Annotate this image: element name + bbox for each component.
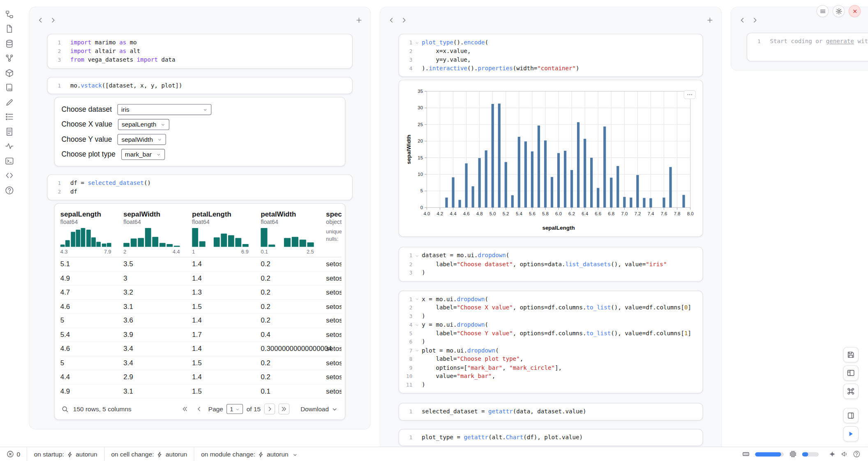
column-scroll-left-icon[interactable] <box>739 15 746 22</box>
table-row[interactable]: 5.43.91.70.4setosa <box>60 328 342 342</box>
column-histogram[interactable] <box>261 228 314 247</box>
column-header-petalWidth[interactable]: petalWidthfloat640.12.5 <box>261 207 326 255</box>
chevron-down-icon <box>292 451 298 456</box>
cpu-icon <box>790 450 797 458</box>
documentation-icon[interactable] <box>5 82 14 91</box>
table-row[interactable]: 4.63.41.40.30000000000000004setosa <box>60 342 342 356</box>
code-line: 1dataset = mo.ui.dropdown( <box>405 251 697 260</box>
column-histogram[interactable] <box>192 228 248 247</box>
cell-plot-encode[interactable]: 1plot_type().encode(2 x=x.value,3 y=y.va… <box>399 34 703 77</box>
cell-selected-dataset[interactable]: 1selected_dataset = getattr(data, datase… <box>399 403 703 420</box>
window-controls <box>817 5 861 17</box>
add-cell-icon[interactable] <box>356 15 363 22</box>
column-scroll-left-icon[interactable] <box>37 15 44 22</box>
svg-text:5.8: 5.8 <box>542 211 549 216</box>
layout-select-button[interactable] <box>843 365 859 381</box>
shutdown-button[interactable] <box>849 5 861 17</box>
dropdown-choose-plot-type[interactable]: mark_bar <box>121 149 165 160</box>
code-line: 4y = mo.ui.dropdown( <box>405 320 697 329</box>
download-button[interactable]: Download <box>300 405 338 413</box>
column-scroll-right-icon[interactable] <box>400 15 408 22</box>
table-row[interactable]: 53.61.40.2setosa <box>60 314 342 328</box>
table-cell: 5.4 <box>60 331 124 339</box>
notebook-menu-button[interactable] <box>817 5 829 17</box>
table-cell: setosa <box>326 331 342 339</box>
first-page-button[interactable] <box>180 403 191 415</box>
column-scroll-left-icon[interactable] <box>388 15 395 22</box>
line-number: 3 <box>405 268 413 277</box>
feedback-icon[interactable] <box>841 450 848 458</box>
table-row[interactable]: 4.63.11.50.2setosa <box>60 300 342 313</box>
scratchpad-icon[interactable] <box>5 97 14 106</box>
fold-cell-icon[interactable] <box>412 38 422 47</box>
autorun-setting[interactable]: on cell change:autorun <box>104 447 194 461</box>
code-text: plot_type().encode( <box>422 38 488 47</box>
table-cell: 4.9 <box>60 387 124 395</box>
packages-icon[interactable] <box>5 67 14 76</box>
outline-icon[interactable] <box>5 111 14 120</box>
help-icon[interactable] <box>5 185 14 194</box>
settings-button[interactable] <box>833 5 845 17</box>
dropdown-choose-dataset[interactable]: iris <box>118 104 212 115</box>
errors-indicator[interactable]: 0 <box>0 447 27 461</box>
cell-xy-plot-dropdowns[interactable]: 1x = mo.ui.dropdown(2 label="Choose X va… <box>399 290 703 393</box>
cell-plot-type[interactable]: 1plot_type = getattr(alt.Chart(df), plot… <box>399 429 703 446</box>
dropdown-choose-y-value[interactable]: sepalWidth <box>118 134 166 145</box>
add-cell-icon[interactable] <box>706 15 714 22</box>
generate-with-ai-link[interactable]: generate <box>826 38 854 44</box>
prev-page-button[interactable] <box>194 403 205 415</box>
traces-icon[interactable] <box>5 141 14 150</box>
memory-usage-meter[interactable] <box>755 452 784 456</box>
table-cell: 0.2 <box>261 302 326 310</box>
fold-cell-icon[interactable] <box>412 295 422 303</box>
keyboard-shortcuts-button[interactable] <box>843 383 859 399</box>
last-page-button[interactable] <box>278 403 289 415</box>
altair-bar-chart[interactable]: 051015202530354.04.24.44.64.85.05.25.45.… <box>405 85 697 233</box>
help-icon[interactable] <box>853 450 861 458</box>
chart-actions-button[interactable] <box>683 90 696 99</box>
column-header-sepalWidth[interactable]: sepalWidthfloat6424.4 <box>123 207 192 255</box>
app-preview-button[interactable] <box>843 408 859 424</box>
column-scroll-right-icon[interactable] <box>49 15 57 22</box>
autorun-setting[interactable]: on module change:autorun <box>194 447 305 461</box>
terminal-icon[interactable] <box>5 155 14 164</box>
line-number: 5 <box>405 329 413 338</box>
column-header-sepalLength[interactable]: sepalLengthfloat644.37.9 <box>60 207 124 255</box>
snippets-icon[interactable] <box>5 170 14 179</box>
table-row[interactable]: 5.13.51.40.2setosa <box>60 257 342 271</box>
next-page-button[interactable] <box>264 403 275 415</box>
save-button[interactable] <box>843 347 859 363</box>
column-scroll-right-icon[interactable] <box>751 15 759 22</box>
table-row[interactable]: 4.73.21.30.2setosa <box>60 286 342 300</box>
cell-dataset-dropdown[interactable]: 1dataset = mo.ui.dropdown(2 label="Choos… <box>399 247 703 281</box>
table-row[interactable]: 4.42.91.40.2setosa <box>60 370 342 384</box>
column-header-petalLength[interactable]: petalLengthfloat6416.9 <box>192 207 261 255</box>
fold-cell-icon[interactable] <box>412 320 422 329</box>
file-icon[interactable] <box>5 23 14 32</box>
data-sources-icon[interactable] <box>5 38 14 47</box>
cell-vstack[interactable]: 1mo.vstack([dataset, x, y, plot]) <box>47 77 352 94</box>
table-scroll-area[interactable]: sepalLengthfloat644.37.9sepalWidthfloat6… <box>60 207 342 399</box>
ai-assistant-icon[interactable] <box>829 450 836 458</box>
variables-icon[interactable] <box>5 53 14 62</box>
fold-cell-icon[interactable] <box>412 251 422 260</box>
table-row[interactable]: 53.41.50.2setosa <box>60 356 342 370</box>
new-cell-editor[interactable]: 1 Start coding or generate with AI. <box>747 32 868 61</box>
autorun-setting[interactable]: on startup:autorun <box>27 447 104 461</box>
logs-icon[interactable] <box>5 126 14 135</box>
cell-imports[interactable]: 1import marimo as mo2import altair as al… <box>47 34 352 68</box>
run-all-button[interactable] <box>843 426 859 442</box>
fold-cell-icon[interactable] <box>412 346 422 355</box>
table-row[interactable]: 4.93.11.50.1setosa <box>60 384 342 398</box>
table-row[interactable]: 4.931.40.2setosa <box>60 272 342 286</box>
cell-df[interactable]: 1df = selected_dataset()2df <box>47 174 352 200</box>
column-histogram[interactable] <box>123 228 180 247</box>
dropdown-choose-x-value[interactable]: sepalLength <box>118 119 170 130</box>
column-header-species[interactable]: speciesobjectuniquenulls: <box>326 207 342 255</box>
table-search-icon[interactable] <box>62 405 69 413</box>
table-cell: 4.7 <box>60 288 124 296</box>
column-histogram[interactable] <box>60 228 111 247</box>
notebook-explorer-icon[interactable] <box>5 9 14 18</box>
page-select[interactable]: 1 <box>226 404 243 414</box>
cpu-usage-meter[interactable] <box>802 452 819 456</box>
